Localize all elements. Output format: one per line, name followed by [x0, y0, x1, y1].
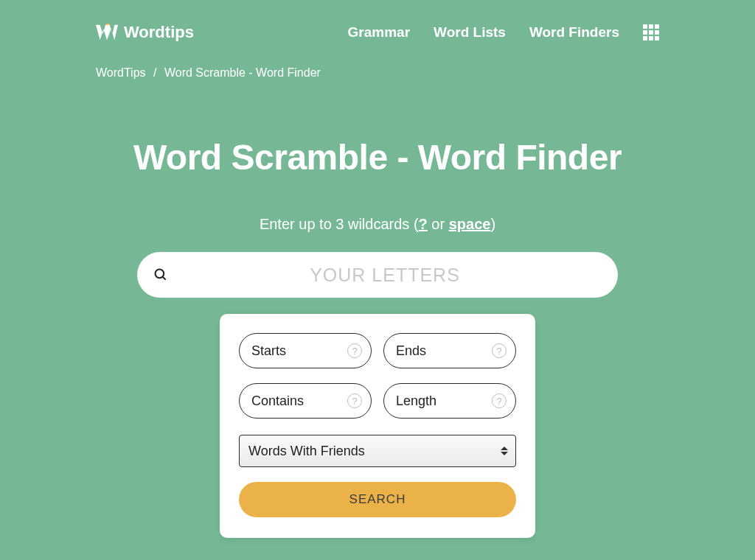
subtitle-pre: Enter up to 3 wildcards (: [260, 216, 419, 232]
nav-grammar[interactable]: Grammar: [348, 24, 411, 41]
contains-field[interactable]: ?: [239, 383, 372, 419]
help-icon[interactable]: ?: [492, 343, 507, 358]
svg-point-1: [156, 270, 164, 279]
wildcard-space: space: [449, 216, 491, 232]
length-field[interactable]: ?: [383, 383, 516, 419]
help-icon[interactable]: ?: [492, 393, 507, 408]
breadcrumb-separator: /: [149, 66, 161, 79]
subtitle-post: ): [490, 216, 495, 232]
letters-input[interactable]: [168, 265, 602, 286]
length-input[interactable]: [396, 393, 483, 409]
apps-grid-icon[interactable]: [643, 24, 659, 41]
starts-input[interactable]: [251, 343, 338, 359]
breadcrumb-root[interactable]: WordTips: [96, 66, 146, 79]
chevron-updown-icon: [501, 445, 508, 457]
search-button[interactable]: SEARCH: [239, 482, 516, 517]
brand-name: Wordtips: [124, 23, 194, 42]
help-icon[interactable]: ?: [347, 343, 362, 358]
dictionary-select[interactable]: Words With Friends: [239, 435, 516, 467]
wildcard-question: ?: [419, 216, 428, 232]
logo-icon: [96, 22, 118, 43]
help-icon[interactable]: ?: [347, 393, 362, 408]
starts-field[interactable]: ?: [239, 333, 372, 368]
nav-links: Grammar Word Lists Word Finders: [348, 24, 659, 41]
dictionary-selected: Words With Friends: [248, 444, 365, 459]
search-icon: [153, 267, 168, 282]
logo[interactable]: Wordtips: [96, 22, 194, 43]
ends-field[interactable]: ?: [383, 333, 516, 368]
page-subtitle: Enter up to 3 wildcards (? or space): [96, 216, 659, 233]
nav-word-finders[interactable]: Word Finders: [529, 24, 619, 41]
breadcrumb: WordTips / Word Scramble - Word Finder: [96, 66, 659, 80]
navbar: Wordtips Grammar Word Lists Word Finders: [96, 15, 659, 50]
letters-search-bar[interactable]: [137, 252, 618, 298]
subtitle-mid: or: [428, 216, 449, 232]
contains-input[interactable]: [251, 393, 338, 409]
filter-card: ? ? ? ? Words With Friends: [220, 314, 535, 538]
ends-input[interactable]: [396, 343, 483, 359]
svg-line-2: [163, 277, 166, 280]
breadcrumb-current: Word Scramble - Word Finder: [164, 66, 321, 79]
nav-word-lists[interactable]: Word Lists: [434, 24, 506, 41]
page-title: Word Scramble - Word Finder: [96, 137, 659, 178]
